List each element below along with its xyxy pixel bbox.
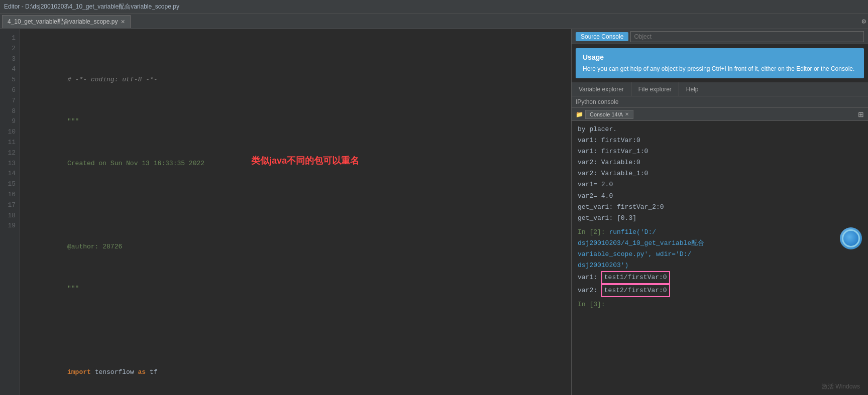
right-panel: Source Console Usage Here you can get he…	[572, 29, 868, 395]
usage-box: Usage Here you can get help of any objec…	[576, 48, 864, 78]
console-in2-line1: In [2]: runfile('D:/	[578, 227, 862, 238]
tab-help[interactable]: Help	[679, 82, 706, 96]
console-in2-line4: dsj20010203')	[578, 260, 862, 271]
usage-text: Here you can get help of any object by p…	[583, 64, 857, 73]
tab-label: 4_10_get_variable配合variable_scope.py	[8, 18, 118, 26]
var1-boxed: test1/firstVar:0	[601, 271, 670, 284]
code-editor[interactable]: # -*- coding: utf-8 -*- """ Created on S…	[20, 29, 571, 395]
console-output[interactable]: by placer. var1: firstVar:0 var1: firstV…	[572, 121, 868, 395]
object-input[interactable]	[630, 31, 864, 42]
console-tab-close-icon[interactable]: ✕	[625, 111, 629, 117]
code-container[interactable]: 1 2 3 4 5 6 7 8 9 10 11 12 13 14 15 16 1…	[0, 29, 571, 395]
console-line-1: by placer.	[578, 124, 862, 135]
main-content: 1 2 3 4 5 6 7 8 9 10 11 12 13 14 15 16 1…	[0, 29, 868, 395]
console-in2-line3: variable_scope.py', wdir='D:/	[578, 249, 862, 260]
console-var1-result: var1: test1/firstVar:0	[578, 271, 862, 284]
console-header: 📁 Console 14/A ✕ ⊞	[572, 108, 868, 121]
console-tab-label: Console 14/A	[590, 111, 623, 117]
code-line-2: """	[28, 106, 563, 117]
code-line-5: @author: 28726	[28, 231, 563, 242]
code-line-7	[28, 315, 563, 326]
settings-icon[interactable]: ⚙	[862, 17, 866, 26]
console-line-3: var1: firstVar_1:0	[578, 146, 862, 157]
console-in2-line2: dsj20010203/4_10_get_variable配合	[578, 238, 862, 249]
console-line-4: var2: Variable:0	[578, 157, 862, 168]
editor-area[interactable]: 1 2 3 4 5 6 7 8 9 10 11 12 13 14 15 16 1…	[0, 29, 572, 395]
console-line-2: var1: firstVar:0	[578, 135, 862, 146]
source-console-button[interactable]: Source Console	[576, 32, 628, 41]
blue-circle-avatar	[840, 227, 862, 249]
blue-circle-inner	[842, 229, 860, 247]
console-tab[interactable]: Console 14/A ✕	[585, 110, 633, 119]
console-line-5: var2: Variable_1:0	[578, 168, 862, 179]
code-line-1: # -*- coding: utf-8 -*-	[28, 64, 563, 75]
line-numbers: 1 2 3 4 5 6 7 8 9 10 11 12 13 14 15 16 1…	[0, 29, 20, 395]
title-bar: Editor - D:\dsj20010203\4_10_get_variabl…	[0, 0, 868, 14]
console-line-7: var2= 4.0	[578, 191, 862, 202]
var2-boxed: test2/firstVar:0	[601, 284, 670, 297]
console-folder-icon: 📁	[576, 111, 583, 118]
console-expand-icon[interactable]: ⊞	[858, 110, 864, 118]
tab-bar: 4_10_get_variable配合variable_scope.py ✕ ⚙	[0, 14, 868, 29]
window-title: Editor - D:\dsj20010203\4_10_get_variabl…	[4, 3, 179, 11]
console-var2-result: var2: test2/firstVar:0	[578, 284, 862, 297]
windows-watermark: 激活 Windows	[822, 382, 860, 391]
ipython-label: IPython console	[572, 96, 868, 108]
usage-title: Usage	[583, 53, 857, 61]
console-in3-prompt: In [3]:	[578, 299, 862, 310]
console-line-6: var1= 2.0	[578, 179, 862, 190]
console-line-8: get_var1: firstVar_2:0	[578, 202, 862, 213]
right-tabs: Variable explorer File explorer Help	[572, 82, 868, 96]
editor-tab[interactable]: 4_10_get_variable配合variable_scope.py ✕	[2, 15, 131, 28]
chinese-annotation: 类似java不同的包可以重名	[251, 154, 359, 168]
code-line-8: import tensorflow as tf	[28, 357, 563, 367]
tab-file-explorer[interactable]: File explorer	[631, 82, 679, 96]
tab-variable-explorer[interactable]: Variable explorer	[572, 82, 631, 96]
tab-close-icon[interactable]: ✕	[121, 19, 125, 25]
code-line-4	[28, 190, 563, 200]
code-line-6: """	[28, 273, 563, 284]
right-toolbar: Source Console	[572, 29, 868, 44]
console-line-9: get_var1: [0.3]	[578, 213, 862, 224]
